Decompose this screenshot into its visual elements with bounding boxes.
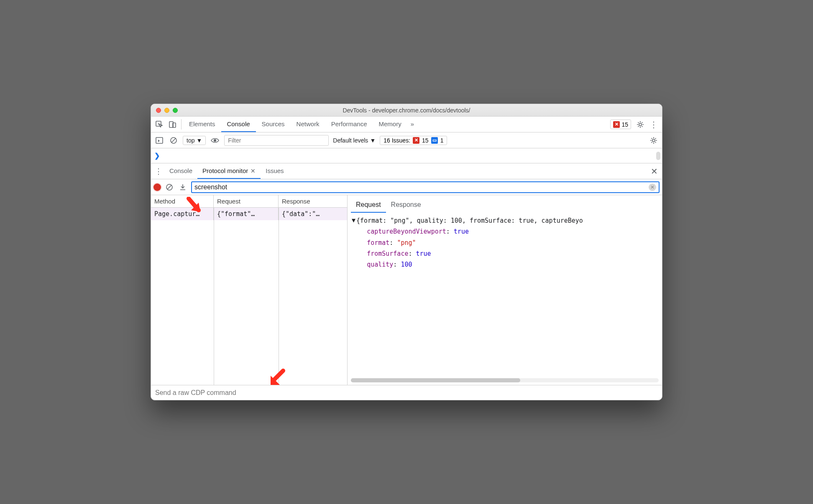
drawer-more-icon[interactable]: ⋮ xyxy=(153,163,164,179)
error-icon: ✕ xyxy=(413,137,419,144)
scrollbar-thumb[interactable] xyxy=(351,378,520,382)
detail-tab-response[interactable]: Response xyxy=(386,198,426,213)
tab-network[interactable]: Network xyxy=(291,117,325,132)
prop-val: 100 xyxy=(401,261,412,268)
svg-point-8 xyxy=(652,139,655,142)
prompt-caret-icon: ❯ xyxy=(154,152,160,160)
log-levels-select[interactable]: Default levels ▼ xyxy=(333,137,376,144)
info-icon: ▭ xyxy=(431,137,438,144)
protocol-monitor-body: Method Request Response Page.captur… {"f… xyxy=(151,195,662,385)
protocol-filter-input[interactable] xyxy=(194,183,649,191)
error-icon: ✕ xyxy=(613,121,620,128)
protocol-monitor-toolbar: ✕ xyxy=(151,179,662,195)
issues-label: 16 Issues: xyxy=(383,137,410,144)
object-tree[interactable]: ▼{format: "png", quality: 100, fromSurfa… xyxy=(352,215,658,270)
disclosure-triangle-icon[interactable]: ▼ xyxy=(352,215,355,226)
context-label: top xyxy=(187,137,194,144)
execution-context-select[interactable]: top ▼ xyxy=(183,136,206,145)
svg-point-7 xyxy=(214,139,216,142)
device-toolbar-icon[interactable] xyxy=(166,117,179,132)
drawer-tab-issues[interactable]: Issues xyxy=(261,163,289,179)
console-filter-input[interactable] xyxy=(224,135,329,146)
window-title: DevTools - developer.chrome.com/docs/dev… xyxy=(343,107,470,114)
download-icon[interactable] xyxy=(178,182,188,192)
close-drawer-icon[interactable]: ✕ xyxy=(648,163,660,179)
issues-error-count: 15 xyxy=(422,137,429,144)
svg-line-10 xyxy=(167,185,171,189)
prop-key: quality xyxy=(367,261,393,268)
clear-log-icon[interactable] xyxy=(164,182,174,192)
settings-gear-icon[interactable] xyxy=(634,117,647,132)
console-sidebar-toggle-icon[interactable] xyxy=(154,135,164,145)
drawer-tab-console[interactable]: Console xyxy=(164,163,197,179)
cell-response: {"data":"… xyxy=(279,208,347,220)
main-tabs: Elements Console Sources Network Perform… xyxy=(151,117,662,132)
horizontal-scrollbar[interactable] xyxy=(351,378,659,382)
chevron-down-icon: ▼ xyxy=(196,137,202,144)
svg-rect-4 xyxy=(156,137,163,143)
clear-console-icon[interactable] xyxy=(169,135,179,145)
window-controls xyxy=(156,108,178,113)
cdp-command-row xyxy=(151,385,662,400)
live-expression-eye-icon[interactable] xyxy=(210,135,220,145)
tab-console[interactable]: Console xyxy=(221,117,256,132)
col-request[interactable]: Request xyxy=(214,195,279,207)
close-tab-icon[interactable]: ✕ xyxy=(251,168,256,174)
scrollbar-thumb[interactable] xyxy=(656,152,660,160)
drawer-tab-protocol-monitor[interactable]: Protocol monitor ✕ xyxy=(197,163,261,179)
cdp-command-input[interactable] xyxy=(155,385,658,400)
prop-val: "png" xyxy=(397,239,416,247)
detail-tab-request[interactable]: Request xyxy=(351,198,386,213)
console-settings-gear-icon[interactable] xyxy=(649,135,659,145)
table-row[interactable]: Page.captur… {"format"… {"data":"… xyxy=(151,208,347,220)
issues-info-count: 1 xyxy=(440,137,444,144)
issues-badge[interactable]: 16 Issues: ✕ 15 ▭ 1 xyxy=(380,136,447,145)
tab-performance[interactable]: Performance xyxy=(325,117,373,132)
col-response[interactable]: Response xyxy=(279,195,347,207)
devtools-window: DevTools - developer.chrome.com/docs/dev… xyxy=(151,104,662,400)
tab-elements[interactable]: Elements xyxy=(183,117,221,132)
close-window-button[interactable] xyxy=(156,108,161,113)
prop-key: format xyxy=(367,239,389,247)
table-body: Page.captur… {"format"… {"data":"… xyxy=(151,208,347,385)
top-error-badge[interactable]: ✕ 15 xyxy=(610,120,631,129)
detail-tabs: Request Response xyxy=(348,198,662,213)
drawer-tabs: ⋮ Console Protocol monitor ✕ Issues ✕ xyxy=(151,163,662,179)
console-prompt-row[interactable]: ❯ xyxy=(151,148,662,163)
detail-body: ▼{format: "png", quality: 100, fromSurfa… xyxy=(348,213,662,385)
zoom-window-button[interactable] xyxy=(173,108,178,113)
console-toolbar: top ▼ Default levels ▼ 16 Issues: ✕ 15 ▭… xyxy=(151,132,662,148)
prop-val: true xyxy=(454,228,469,235)
minimize-window-button[interactable] xyxy=(164,108,169,113)
protocol-filter-wrap: ✕ xyxy=(191,181,660,193)
inspect-element-icon[interactable] xyxy=(153,117,166,132)
titlebar: DevTools - developer.chrome.com/docs/dev… xyxy=(151,104,662,117)
clear-filter-icon[interactable]: ✕ xyxy=(649,183,656,191)
col-method[interactable]: Method xyxy=(151,195,214,207)
table-header: Method Request Response xyxy=(151,195,347,208)
error-count: 15 xyxy=(621,121,628,128)
more-menu-icon[interactable]: ⋮ xyxy=(647,117,660,132)
cell-method: Page.captur… xyxy=(151,208,214,220)
detail-panel: Request Response ▼{format: "png", qualit… xyxy=(348,195,662,385)
record-button[interactable] xyxy=(153,183,161,191)
chevron-down-icon: ▼ xyxy=(370,137,376,144)
svg-line-6 xyxy=(171,138,176,143)
prop-val: true xyxy=(416,250,431,257)
tree-header: {format: "png", quality: 100, fromSurfac… xyxy=(356,217,583,224)
tab-memory[interactable]: Memory xyxy=(373,117,407,132)
separator xyxy=(181,119,182,130)
prop-key: fromSurface xyxy=(367,250,408,257)
protocol-table: Method Request Response Page.captur… {"f… xyxy=(151,195,348,385)
cell-request: {"format"… xyxy=(214,208,279,220)
svg-point-3 xyxy=(639,123,642,126)
tabs-overflow[interactable]: » xyxy=(407,117,417,132)
column-divider[interactable] xyxy=(214,208,214,385)
tab-sources[interactable]: Sources xyxy=(256,117,291,132)
prop-key: captureBeyondViewport xyxy=(367,228,446,235)
column-divider[interactable] xyxy=(279,208,279,385)
